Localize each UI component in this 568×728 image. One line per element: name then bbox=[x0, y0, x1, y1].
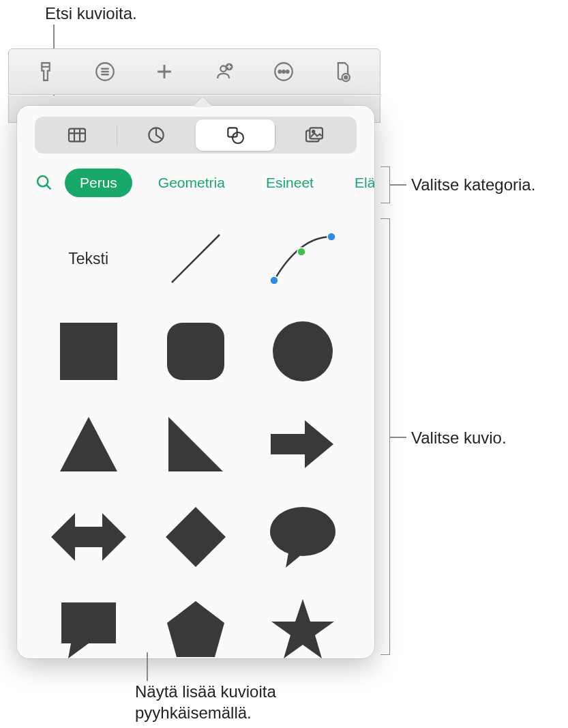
callout-line bbox=[147, 652, 148, 681]
more-icon[interactable] bbox=[272, 60, 295, 83]
svg-rect-9 bbox=[69, 129, 85, 142]
main-toolbar bbox=[8, 48, 380, 95]
shape-pentagon[interactable] bbox=[142, 586, 249, 673]
svg-point-20 bbox=[327, 233, 335, 241]
svg-point-8 bbox=[344, 76, 347, 78]
shape-arrow-right[interactable] bbox=[250, 401, 357, 488]
svg-point-12 bbox=[233, 132, 243, 143]
svg-point-4 bbox=[278, 70, 281, 73]
svg-marker-26 bbox=[271, 420, 333, 468]
category-basic[interactable]: Perus bbox=[65, 169, 132, 197]
shape-speech-bubble[interactable] bbox=[250, 493, 357, 581]
shape-text[interactable]: Teksti bbox=[35, 215, 142, 302]
segment-table[interactable] bbox=[38, 119, 117, 151]
shape-square[interactable] bbox=[35, 308, 142, 395]
shape-category-row: Perus Geometria Esineet Eläin bbox=[35, 167, 374, 199]
shape-diamond[interactable] bbox=[142, 493, 249, 581]
list-icon[interactable] bbox=[93, 60, 117, 83]
shapes-grid: Teksti bbox=[35, 215, 357, 673]
shape-rounded-square[interactable] bbox=[142, 308, 249, 395]
format-brush-icon[interactable] bbox=[34, 60, 57, 83]
insert-plus-icon[interactable] bbox=[153, 60, 176, 83]
category-animals[interactable]: Eläin bbox=[340, 169, 374, 197]
svg-rect-31 bbox=[61, 602, 116, 643]
shape-double-arrow[interactable] bbox=[35, 493, 142, 581]
shape-star[interactable] bbox=[250, 586, 357, 673]
svg-point-16 bbox=[38, 176, 48, 186]
svg-marker-27 bbox=[51, 513, 126, 561]
shape-text-label: Teksti bbox=[68, 250, 108, 268]
shape-right-triangle[interactable] bbox=[142, 401, 249, 488]
svg-point-5 bbox=[282, 70, 285, 73]
shape-callout-rect[interactable] bbox=[35, 586, 142, 673]
svg-point-6 bbox=[286, 70, 289, 73]
svg-rect-22 bbox=[167, 323, 224, 380]
callout-search-shapes: Etsi kuvioita. bbox=[45, 3, 137, 24]
shape-curve[interactable] bbox=[250, 215, 357, 302]
svg-rect-21 bbox=[60, 323, 117, 380]
insert-popover: Perus Geometria Esineet Eläin Teksti bbox=[17, 106, 374, 658]
svg-point-19 bbox=[297, 248, 305, 256]
svg-marker-24 bbox=[60, 417, 117, 471]
svg-marker-28 bbox=[166, 507, 226, 567]
callout-line bbox=[390, 184, 406, 186]
document-view-icon[interactable] bbox=[331, 60, 355, 83]
callout-swipe-more: Näytä lisää kuvioita pyyhkäisemällä. bbox=[135, 681, 326, 723]
svg-marker-33 bbox=[167, 601, 224, 657]
shape-line[interactable] bbox=[142, 215, 249, 302]
svg-point-15 bbox=[312, 130, 314, 132]
category-objects[interactable]: Esineet bbox=[251, 169, 329, 197]
popover-arrow bbox=[194, 98, 211, 107]
svg-marker-34 bbox=[271, 599, 334, 658]
callout-choose-category: Valitse kategoria. bbox=[411, 174, 535, 195]
segment-shape[interactable] bbox=[196, 119, 275, 151]
svg-line-17 bbox=[172, 235, 220, 282]
svg-point-23 bbox=[273, 321, 333, 381]
segment-media[interactable] bbox=[275, 119, 355, 151]
bracket-category bbox=[380, 166, 390, 203]
category-geometry[interactable]: Geometria bbox=[143, 169, 240, 197]
bracket-shapes bbox=[380, 218, 390, 655]
svg-point-18 bbox=[270, 276, 278, 285]
svg-marker-25 bbox=[168, 417, 223, 471]
shape-circle[interactable] bbox=[250, 308, 357, 395]
search-shapes-button[interactable] bbox=[35, 173, 54, 192]
segment-chart[interactable] bbox=[117, 119, 196, 151]
svg-point-29 bbox=[270, 507, 335, 556]
insert-type-segmented-control bbox=[35, 117, 357, 154]
shape-triangle[interactable] bbox=[35, 401, 142, 488]
callout-choose-shape: Valitse kuvio. bbox=[411, 427, 507, 448]
collaborate-icon[interactable] bbox=[213, 60, 236, 83]
callout-line bbox=[390, 437, 406, 438]
svg-rect-14 bbox=[310, 128, 323, 139]
svg-point-1 bbox=[220, 66, 226, 72]
